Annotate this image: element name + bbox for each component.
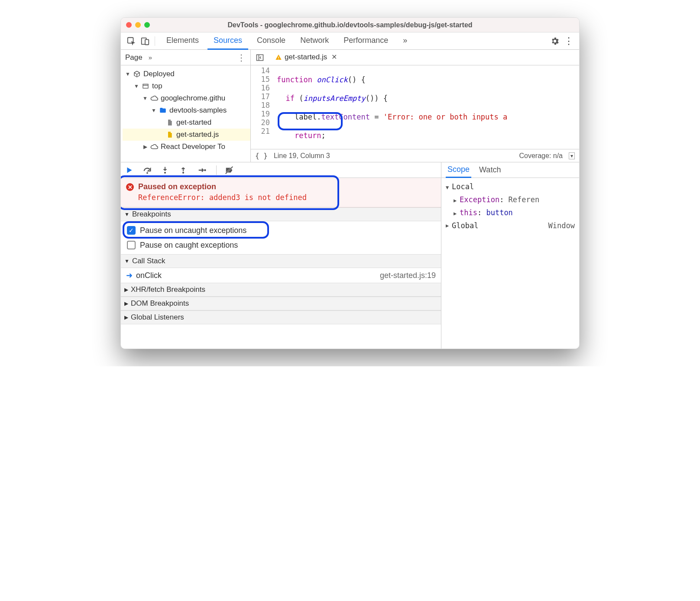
step-into-icon[interactable]: [161, 165, 172, 175]
tree-file-html[interactable]: get-started: [123, 116, 250, 129]
tree-top[interactable]: ▼ top: [123, 80, 250, 92]
scope-exception[interactable]: ▶Exception: Referen: [446, 194, 575, 207]
tree-label: React Developer To: [161, 141, 225, 153]
pretty-print-icon[interactable]: { }: [255, 152, 268, 160]
code-lines[interactable]: function onClick() { if (inputsAreEmpty(…: [274, 65, 579, 149]
script-icon: [166, 131, 174, 139]
minimize-window-button[interactable]: [135, 22, 141, 28]
section-xhr-breakpoints[interactable]: ▶ XHR/fetch Breakpoints: [121, 283, 441, 297]
section-label: DOM Breakpoints: [131, 299, 189, 308]
deployed-cube-icon: [133, 70, 141, 78]
tree-origin[interactable]: ▼ googlechrome.githu: [123, 92, 250, 104]
close-window-button[interactable]: [126, 22, 132, 28]
separator: [216, 165, 217, 175]
tab-elements[interactable]: Elements: [160, 32, 205, 50]
file-tree: ▼ Deployed ▼ top ▼ googlechro: [121, 65, 250, 153]
navigator-pane: Page » ⋮ ▼ Deployed ▼ top: [121, 50, 251, 162]
editor-tabs: get-started.js ✕: [251, 50, 579, 65]
cloud-icon: [150, 143, 158, 151]
line-gutter: 14 15 16 17 18 19 20 21: [251, 65, 274, 149]
disclosure-triangle-icon[interactable]: ▼: [143, 92, 148, 104]
checkbox-checked-icon[interactable]: ✓: [127, 226, 136, 235]
checkbox-label: Pause on caught exceptions: [140, 241, 238, 250]
kebab-menu-icon[interactable]: ⋮: [562, 34, 576, 48]
scope-this[interactable]: ▶this: button: [446, 207, 575, 220]
warning-triangle-icon: [275, 54, 282, 61]
svg-point-7: [146, 172, 148, 174]
step-icon[interactable]: [197, 165, 208, 175]
tree-file-js[interactable]: get-started.js: [123, 129, 250, 141]
frame-icon: [142, 82, 149, 90]
section-breakpoints[interactable]: ▼ Breakpoints: [121, 207, 441, 221]
disclosure-triangle-icon[interactable]: ▶: [124, 314, 128, 320]
folder-icon: [159, 107, 167, 114]
tree-label: get-started: [176, 116, 211, 129]
editor-statusbar: { } Line 19, Column 3 Coverage: n/a ▾: [251, 149, 579, 162]
pause-caught-row[interactable]: Pause on caught exceptions: [121, 238, 441, 252]
tab-network[interactable]: Network: [294, 32, 335, 50]
scope-pane: Scope Watch ▼Local ▶Exception: Referen ▶…: [441, 162, 579, 349]
settings-gear-icon[interactable]: [548, 34, 562, 48]
tree-label: Deployed: [143, 68, 175, 80]
debugger-toolbar: [121, 162, 441, 178]
section-label: XHR/fetch Breakpoints: [131, 285, 205, 294]
separator: [155, 36, 155, 46]
document-icon: [166, 119, 174, 126]
scope-tabs: Scope Watch: [441, 162, 579, 178]
disclosure-triangle-icon[interactable]: ▼: [134, 80, 139, 92]
disclosure-triangle-icon[interactable]: ▼: [124, 211, 130, 217]
frame-location[interactable]: get-started.js:19: [380, 271, 436, 280]
tab-watch[interactable]: Watch: [477, 163, 502, 177]
tabs-overflow[interactable]: »: [397, 32, 413, 50]
step-over-icon[interactable]: [143, 165, 154, 175]
disclosure-triangle-icon[interactable]: ▼: [125, 68, 130, 80]
scope-global[interactable]: ▶GlobalWindow: [446, 220, 575, 232]
tree-react[interactable]: ▶ React Developer To: [123, 141, 250, 153]
scope-tree: ▼Local ▶Exception: Referen ▶this: button…: [441, 178, 579, 234]
tab-console[interactable]: Console: [251, 32, 292, 50]
tab-performance[interactable]: Performance: [337, 32, 394, 50]
tab-sources[interactable]: Sources: [207, 32, 248, 50]
window-controls: [126, 22, 150, 28]
device-toolbar-icon[interactable]: [138, 34, 152, 48]
devtools-window: DevTools - googlechrome.github.io/devtoo…: [120, 17, 580, 349]
frame-function: onClick: [136, 271, 162, 280]
disclosure-triangle-icon[interactable]: ▶: [124, 287, 128, 293]
disclosure-triangle-icon[interactable]: ▶: [124, 300, 128, 307]
zoom-window-button[interactable]: [144, 22, 150, 28]
navigator-tabs-overflow[interactable]: »: [149, 54, 152, 61]
deactivate-breakpoints-icon[interactable]: [224, 165, 236, 175]
section-label: Global Listeners: [131, 313, 184, 322]
scope-local[interactable]: ▼Local: [446, 181, 575, 194]
disclosure-triangle-icon[interactable]: ▼: [124, 258, 130, 264]
section-callstack[interactable]: ▼ Call Stack: [121, 254, 441, 268]
tree-deployed[interactable]: ▼ Deployed: [123, 68, 250, 80]
tree-folder[interactable]: ▼ devtools-samples: [123, 104, 250, 116]
show-navigator-icon[interactable]: [253, 52, 266, 63]
coverage-label: Coverage: n/a: [519, 152, 563, 160]
section-label: Breakpoints: [132, 210, 171, 219]
tab-scope[interactable]: Scope: [446, 162, 471, 178]
code-editor[interactable]: 14 15 16 17 18 19 20 21 function onClick…: [251, 65, 579, 149]
disclosure-triangle-icon[interactable]: ▶: [143, 141, 148, 153]
paused-title: Paused on exception: [138, 182, 434, 191]
file-tab[interactable]: get-started.js ✕: [271, 50, 341, 65]
error-circle-icon: ✕: [126, 183, 134, 191]
navigator-tab-page[interactable]: Page: [125, 53, 143, 62]
section-dom-breakpoints[interactable]: ▶ DOM Breakpoints: [121, 297, 441, 310]
callstack-frame[interactable]: ➜ onClick get-started.js:19: [121, 268, 441, 283]
disclosure-triangle-icon[interactable]: ▼: [151, 104, 156, 116]
section-global-listeners[interactable]: ▶ Global Listeners: [121, 310, 441, 324]
resume-button-icon[interactable]: [124, 165, 136, 175]
navigator-tabs: Page » ⋮: [121, 50, 250, 65]
coverage-dropdown-icon[interactable]: ▾: [569, 152, 575, 159]
checkbox-unchecked-icon[interactable]: [127, 241, 136, 249]
close-tab-icon[interactable]: ✕: [331, 53, 337, 61]
inspect-element-icon[interactable]: [124, 34, 138, 48]
step-out-icon[interactable]: [179, 165, 190, 175]
navigator-menu-icon[interactable]: ⋮: [237, 52, 246, 63]
tree-label: devtools-samples: [169, 104, 227, 116]
checkbox-label: Pause on uncaught exceptions: [140, 226, 246, 235]
tree-label: top: [152, 80, 162, 92]
pause-uncaught-row[interactable]: ✓ Pause on uncaught exceptions: [121, 223, 441, 238]
